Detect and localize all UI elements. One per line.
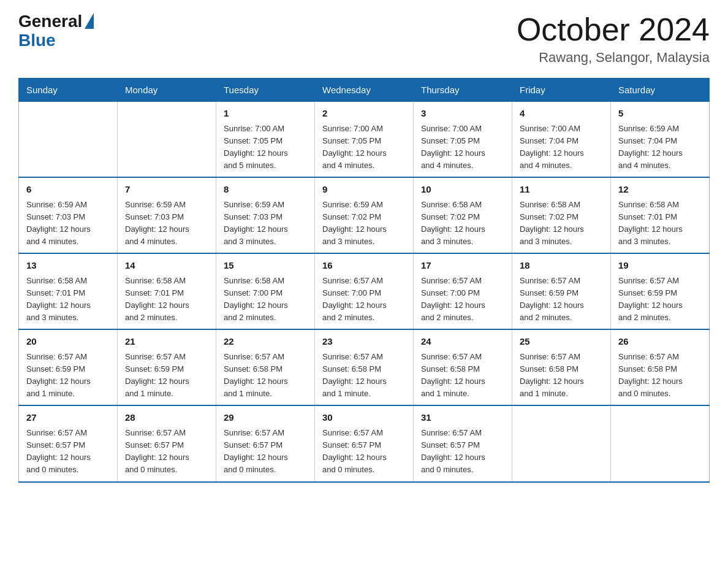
day-number: 7 xyxy=(125,183,208,197)
page-title: October 2024 xyxy=(517,12,710,47)
calendar-cell: 13Sunrise: 6:58 AM Sunset: 7:01 PM Dayli… xyxy=(19,253,118,329)
day-info: Sunrise: 6:57 AM Sunset: 7:00 PM Dayligh… xyxy=(322,275,406,324)
logo-blue-text: Blue xyxy=(18,31,56,50)
day-info: Sunrise: 6:57 AM Sunset: 6:57 PM Dayligh… xyxy=(125,427,208,477)
day-info: Sunrise: 6:59 AM Sunset: 7:04 PM Dayligh… xyxy=(618,123,702,172)
calendar-header-row: SundayMondayTuesdayWednesdayThursdayFrid… xyxy=(19,79,710,102)
day-info: Sunrise: 6:57 AM Sunset: 6:58 PM Dayligh… xyxy=(520,351,603,400)
day-info: Sunrise: 7:00 AM Sunset: 7:05 PM Dayligh… xyxy=(421,123,504,172)
calendar-cell xyxy=(611,405,710,481)
logo-general-text: General xyxy=(18,12,82,31)
day-number: 4 xyxy=(520,107,603,121)
calendar-cell: 31Sunrise: 6:57 AM Sunset: 6:57 PM Dayli… xyxy=(414,405,512,481)
day-info: Sunrise: 7:00 AM Sunset: 7:05 PM Dayligh… xyxy=(322,123,406,172)
day-number: 16 xyxy=(322,259,406,273)
calendar-cell: 9Sunrise: 6:59 AM Sunset: 7:02 PM Daylig… xyxy=(315,177,414,253)
day-number: 29 xyxy=(224,411,307,425)
day-info: Sunrise: 6:58 AM Sunset: 7:01 PM Dayligh… xyxy=(26,275,110,324)
day-info: Sunrise: 6:57 AM Sunset: 6:58 PM Dayligh… xyxy=(322,351,406,400)
calendar-cell xyxy=(512,405,611,481)
page-header: General Blue October 2024 Rawang, Selang… xyxy=(18,12,710,66)
calendar-cell: 17Sunrise: 6:57 AM Sunset: 7:00 PM Dayli… xyxy=(414,253,512,329)
calendar-cell: 6Sunrise: 6:59 AM Sunset: 7:03 PM Daylig… xyxy=(19,177,118,253)
day-number: 27 xyxy=(26,411,110,425)
calendar-week-row: 13Sunrise: 6:58 AM Sunset: 7:01 PM Dayli… xyxy=(19,253,710,329)
calendar-cell: 4Sunrise: 7:00 AM Sunset: 7:04 PM Daylig… xyxy=(512,102,611,178)
day-info: Sunrise: 6:57 AM Sunset: 6:59 PM Dayligh… xyxy=(618,275,702,324)
day-info: Sunrise: 6:58 AM Sunset: 7:00 PM Dayligh… xyxy=(224,275,307,324)
calendar-cell: 30Sunrise: 6:57 AM Sunset: 6:57 PM Dayli… xyxy=(315,405,414,481)
day-number: 12 xyxy=(618,183,702,197)
calendar-header-monday: Monday xyxy=(118,79,216,102)
day-info: Sunrise: 6:57 AM Sunset: 6:59 PM Dayligh… xyxy=(125,351,208,400)
calendar-header-wednesday: Wednesday xyxy=(315,79,414,102)
day-number: 20 xyxy=(26,335,110,349)
day-info: Sunrise: 7:00 AM Sunset: 7:04 PM Dayligh… xyxy=(520,123,603,172)
calendar-cell: 22Sunrise: 6:57 AM Sunset: 6:58 PM Dayli… xyxy=(216,329,315,405)
day-number: 30 xyxy=(322,411,406,425)
day-number: 8 xyxy=(224,183,307,197)
calendar-week-row: 20Sunrise: 6:57 AM Sunset: 6:59 PM Dayli… xyxy=(19,329,710,405)
day-info: Sunrise: 6:58 AM Sunset: 7:01 PM Dayligh… xyxy=(618,199,702,248)
calendar-cell: 5Sunrise: 6:59 AM Sunset: 7:04 PM Daylig… xyxy=(611,102,710,178)
day-number: 6 xyxy=(26,183,110,197)
day-number: 10 xyxy=(421,183,504,197)
calendar-cell xyxy=(118,102,216,178)
day-info: Sunrise: 6:58 AM Sunset: 7:01 PM Dayligh… xyxy=(125,275,208,324)
day-number: 23 xyxy=(322,335,406,349)
day-info: Sunrise: 6:57 AM Sunset: 6:59 PM Dayligh… xyxy=(520,275,603,324)
calendar-cell: 16Sunrise: 6:57 AM Sunset: 7:00 PM Dayli… xyxy=(315,253,414,329)
calendar-week-row: 1Sunrise: 7:00 AM Sunset: 7:05 PM Daylig… xyxy=(19,102,710,178)
day-info: Sunrise: 6:57 AM Sunset: 6:57 PM Dayligh… xyxy=(322,427,406,477)
calendar-cell: 11Sunrise: 6:58 AM Sunset: 7:02 PM Dayli… xyxy=(512,177,611,253)
day-info: Sunrise: 6:57 AM Sunset: 6:58 PM Dayligh… xyxy=(224,351,307,400)
logo-triangle-icon xyxy=(85,13,94,29)
day-number: 3 xyxy=(421,107,504,121)
calendar-cell: 27Sunrise: 6:57 AM Sunset: 6:57 PM Dayli… xyxy=(19,405,118,481)
logo: General Blue xyxy=(18,12,94,50)
day-number: 28 xyxy=(125,411,208,425)
day-info: Sunrise: 6:57 AM Sunset: 6:59 PM Dayligh… xyxy=(26,351,110,400)
day-number: 24 xyxy=(421,335,504,349)
calendar-header-sunday: Sunday xyxy=(19,79,118,102)
calendar-header-tuesday: Tuesday xyxy=(216,79,315,102)
calendar-week-row: 6Sunrise: 6:59 AM Sunset: 7:03 PM Daylig… xyxy=(19,177,710,253)
calendar-cell: 29Sunrise: 6:57 AM Sunset: 6:57 PM Dayli… xyxy=(216,405,315,481)
title-section: October 2024 Rawang, Selangor, Malaysia xyxy=(517,12,710,66)
day-info: Sunrise: 6:59 AM Sunset: 7:03 PM Dayligh… xyxy=(26,199,110,248)
day-info: Sunrise: 7:00 AM Sunset: 7:05 PM Dayligh… xyxy=(224,123,307,172)
day-info: Sunrise: 6:57 AM Sunset: 6:57 PM Dayligh… xyxy=(421,427,504,477)
calendar-cell: 28Sunrise: 6:57 AM Sunset: 6:57 PM Dayli… xyxy=(118,405,216,481)
day-number: 19 xyxy=(618,259,702,273)
calendar-cell xyxy=(19,102,118,178)
calendar-cell: 20Sunrise: 6:57 AM Sunset: 6:59 PM Dayli… xyxy=(19,329,118,405)
calendar-cell: 1Sunrise: 7:00 AM Sunset: 7:05 PM Daylig… xyxy=(216,102,315,178)
calendar-cell: 26Sunrise: 6:57 AM Sunset: 6:58 PM Dayli… xyxy=(611,329,710,405)
calendar-cell: 2Sunrise: 7:00 AM Sunset: 7:05 PM Daylig… xyxy=(315,102,414,178)
calendar-cell: 21Sunrise: 6:57 AM Sunset: 6:59 PM Dayli… xyxy=(118,329,216,405)
calendar-cell: 8Sunrise: 6:59 AM Sunset: 7:03 PM Daylig… xyxy=(216,177,315,253)
calendar-cell: 25Sunrise: 6:57 AM Sunset: 6:58 PM Dayli… xyxy=(512,329,611,405)
page-subtitle: Rawang, Selangor, Malaysia xyxy=(517,50,710,66)
day-info: Sunrise: 6:59 AM Sunset: 7:03 PM Dayligh… xyxy=(125,199,208,248)
day-info: Sunrise: 6:57 AM Sunset: 6:57 PM Dayligh… xyxy=(224,427,307,477)
day-number: 21 xyxy=(125,335,208,349)
day-info: Sunrise: 6:57 AM Sunset: 6:57 PM Dayligh… xyxy=(26,427,110,477)
calendar-cell: 19Sunrise: 6:57 AM Sunset: 6:59 PM Dayli… xyxy=(611,253,710,329)
day-info: Sunrise: 6:58 AM Sunset: 7:02 PM Dayligh… xyxy=(520,199,603,248)
day-number: 26 xyxy=(618,335,702,349)
calendar-cell: 24Sunrise: 6:57 AM Sunset: 6:58 PM Dayli… xyxy=(414,329,512,405)
day-number: 18 xyxy=(520,259,603,273)
day-info: Sunrise: 6:58 AM Sunset: 7:02 PM Dayligh… xyxy=(421,199,504,248)
day-info: Sunrise: 6:57 AM Sunset: 6:58 PM Dayligh… xyxy=(618,351,702,400)
day-number: 17 xyxy=(421,259,504,273)
day-number: 22 xyxy=(224,335,307,349)
day-number: 11 xyxy=(520,183,603,197)
calendar-header-thursday: Thursday xyxy=(414,79,512,102)
day-info: Sunrise: 6:59 AM Sunset: 7:03 PM Dayligh… xyxy=(224,199,307,248)
calendar-cell: 23Sunrise: 6:57 AM Sunset: 6:58 PM Dayli… xyxy=(315,329,414,405)
calendar-cell: 12Sunrise: 6:58 AM Sunset: 7:01 PM Dayli… xyxy=(611,177,710,253)
calendar-table: SundayMondayTuesdayWednesdayThursdayFrid… xyxy=(18,78,710,482)
calendar-week-row: 27Sunrise: 6:57 AM Sunset: 6:57 PM Dayli… xyxy=(19,405,710,481)
day-number: 14 xyxy=(125,259,208,273)
